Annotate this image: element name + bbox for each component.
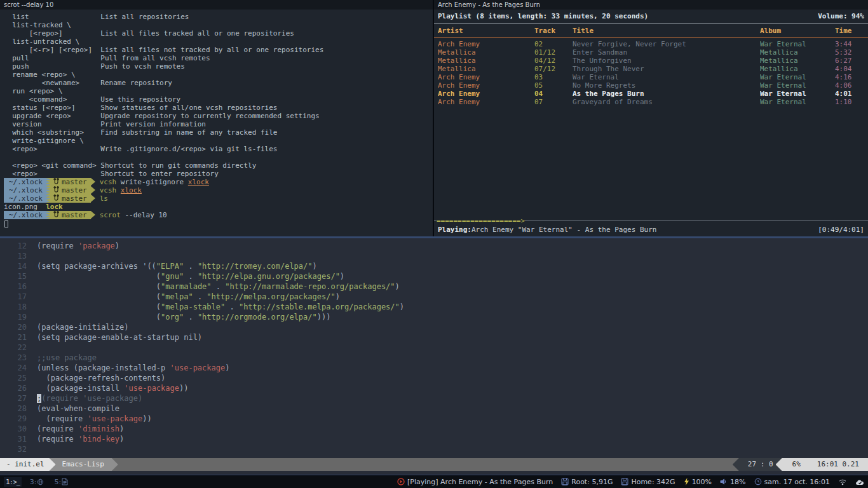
modeline-major-mode: Emacs-Lisp xyxy=(50,458,118,471)
workspace-button-3[interactable]: 3: xyxy=(28,477,46,487)
modeline-filename: - init.el xyxy=(0,458,56,471)
status-bar-blocks: [Playing] Arch Enemy - As the Pages Burn… xyxy=(397,478,864,486)
playlist-row-current[interactable]: Arch Enemy04As the Pages BurnWar Eternal… xyxy=(434,90,868,98)
code-token: . xyxy=(184,262,198,271)
command-token: xlock xyxy=(188,178,209,186)
prompt-arrow-icon xyxy=(91,178,95,186)
git-branch-icon xyxy=(53,178,59,187)
playlist-row[interactable]: Arch Enemy05No More RegretsWar Eternal4:… xyxy=(434,81,868,90)
prompt-arrow-icon xyxy=(91,211,95,219)
cell-track: 01/12 xyxy=(534,48,573,57)
code-token: ) xyxy=(400,302,404,311)
cell-time: 6:27 xyxy=(835,57,864,65)
code-line: 19 ("org" . "http://orgmode.org/elpa/"))… xyxy=(0,312,868,322)
playlist-row[interactable]: Metallica01/12Enter SandmanMetallica5:32 xyxy=(434,48,868,57)
player-body: Playlist (8 items, length: 33 minutes, 2… xyxy=(434,10,868,236)
playlist-row[interactable]: Arch Enemy03War EternalWar Eternal4:16 xyxy=(434,73,868,81)
line-number: 27 xyxy=(0,393,27,403)
cell-track: 07/12 xyxy=(534,65,573,73)
code-token: ) xyxy=(119,424,124,433)
code-text xyxy=(27,251,37,261)
code-token: ( xyxy=(37,313,161,322)
cell-time: 4:04 xyxy=(835,65,864,73)
cell-album: War Eternal xyxy=(760,81,835,90)
shell-command: ls xyxy=(95,194,108,203)
cell-album: War Eternal xyxy=(760,73,835,81)
prompt-git-segment: master xyxy=(50,178,91,186)
playlist-row[interactable]: Arch Enemy07Graveyard of DreamsWar Etern… xyxy=(434,98,868,106)
statusblock-play: [Playing] Arch Enemy - As the Pages Burn xyxy=(397,478,553,486)
column-header: Title xyxy=(573,27,760,36)
elapsed-total-time: [0:49/4:01] xyxy=(818,226,864,234)
workspace-button-1[interactable]: 1:>_ xyxy=(4,477,22,487)
progress-bar[interactable]: ====================> xyxy=(434,217,868,225)
volume-indicator: Volume: 94% xyxy=(818,12,864,20)
code-token: 'use-package xyxy=(87,414,142,423)
code-line: 30(require 'diminish) xyxy=(0,424,868,434)
code-line: 20(package-initialize) xyxy=(0,322,868,332)
code-token: ( xyxy=(37,302,161,311)
code-token: ( xyxy=(37,282,161,291)
code-token: (package-install xyxy=(37,384,124,393)
cell-title: Enter Sandman xyxy=(573,48,760,57)
terminal-line: version Print version information xyxy=(4,120,433,128)
music-player-window[interactable]: Arch Enemy - As the Pages Burn Playlist … xyxy=(434,0,868,236)
code-token: ( xyxy=(37,272,161,281)
code-token: ))) xyxy=(317,313,331,322)
terminal-line: <command> Use this repository xyxy=(4,95,433,104)
code-token: "http://tromey.com/elpa/" xyxy=(198,262,313,271)
code-token: 'bind-key xyxy=(78,435,119,444)
cell-artist: Metallica xyxy=(438,48,534,57)
cell-title: As the Pages Burn xyxy=(573,90,760,98)
cell-album: War Eternal xyxy=(760,90,835,98)
cell-artist: Arch Enemy xyxy=(438,73,534,81)
modeline-clock: 16:01 0.21 xyxy=(817,458,859,471)
emacs-window[interactable]: 12(require 'package)1314(setq package-ar… xyxy=(0,236,868,475)
code-token: 'use-package xyxy=(170,363,226,372)
code-text: ("gnu" . "http://elpa.gnu.org/packages/"… xyxy=(27,271,344,281)
cell-track: 03 xyxy=(534,73,573,81)
code-text: ;;use package xyxy=(27,353,97,363)
cell-title: The Unforgiven xyxy=(573,57,760,65)
code-text: ("melpa-stable" . "http://stable.melpa.o… xyxy=(27,302,404,312)
code-line: 25 (package-refresh-contents) xyxy=(0,373,868,383)
cell-title: No More Regrets xyxy=(573,81,760,90)
playlist-row[interactable]: Metallica07/12Through The NeverMetallica… xyxy=(434,65,868,73)
code-token: ) xyxy=(119,435,124,444)
play-icon xyxy=(397,478,405,485)
column-header: Album xyxy=(760,27,835,36)
line-number: 28 xyxy=(0,403,27,414)
disk-icon xyxy=(561,478,569,485)
code-token: 'package xyxy=(78,241,115,250)
terminal-cursor[interactable] xyxy=(4,220,8,227)
line-number: 20 xyxy=(0,322,27,332)
code-token: (require xyxy=(37,435,78,444)
statusblock-text: 100% xyxy=(692,478,712,486)
git-branch-name: master xyxy=(62,186,87,194)
cell-artist: Metallica xyxy=(438,65,534,73)
workspace-button-5[interactable]: 5: xyxy=(52,477,70,487)
code-line: 24(unless (package-installed-p 'use-pack… xyxy=(0,363,868,373)
playlist-row[interactable]: Arch Enemy02Never Forgive, Never ForgetW… xyxy=(434,40,868,48)
emacs-buffer[interactable]: 12(require 'package)1314(setq package-ar… xyxy=(0,238,868,458)
code-line: 13 xyxy=(0,251,868,261)
terminal-window[interactable]: scrot --delay 10 list List all repositor… xyxy=(0,0,434,236)
code-token: (setq package-archives '(( xyxy=(37,262,156,271)
code-token: "http://marmalade-repo.org/packages/" xyxy=(225,282,395,291)
terminal-line: list-untracked \ xyxy=(4,37,433,46)
cell-title: Never Forgive, Never Forget xyxy=(573,40,760,48)
workspace-switcher: 1:>_3:5: xyxy=(4,477,70,487)
player-state-label: Playing: xyxy=(438,226,471,234)
player-bottom: ====================> Playing: Arch Enem… xyxy=(434,217,868,236)
code-token: ) xyxy=(225,363,229,372)
code-text: ;(require 'use-package) xyxy=(27,393,142,403)
prompt-path-segment: ~/.xlock xyxy=(4,194,50,203)
terminal-token: lock xyxy=(46,203,63,211)
playlist-row[interactable]: Metallica04/12The UnforgivenMetallica6:2… xyxy=(434,57,868,65)
code-line: 23;;use package xyxy=(0,353,868,363)
code-token: "http://melpa.org/packages/" xyxy=(207,292,335,301)
code-line: 14(setq package-archives '(("ELPA" . "ht… xyxy=(0,261,868,271)
code-line: 12(require 'package) xyxy=(0,241,868,251)
git-branch-icon xyxy=(53,186,59,195)
line-number: 26 xyxy=(0,383,27,393)
